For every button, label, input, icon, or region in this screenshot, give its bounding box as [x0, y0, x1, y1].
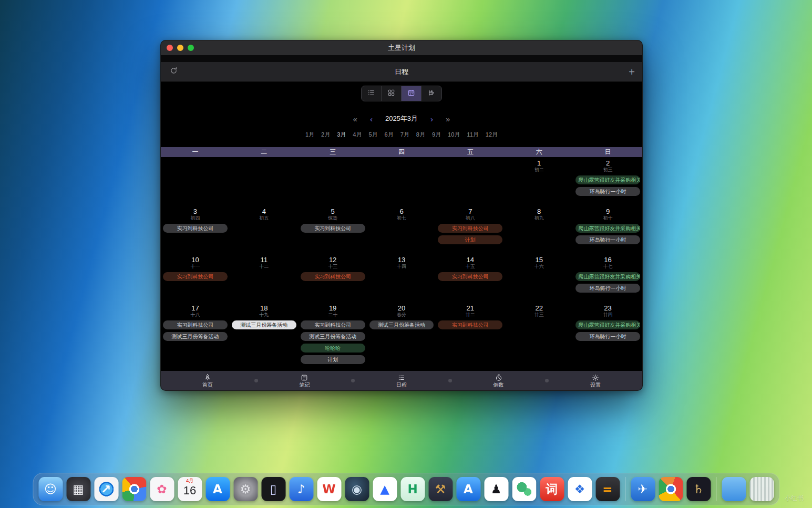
- calendar-event[interactable]: 实习到科技公司: [438, 224, 502, 233]
- calendar-event[interactable]: 实习到科技公司: [438, 320, 502, 329]
- month-tab-3月[interactable]: 3月: [337, 131, 346, 138]
- nav-item-settings[interactable]: 设置: [590, 374, 601, 388]
- dock-icon-plane-app[interactable]: ✈: [631, 477, 655, 501]
- zoom-window-button[interactable]: [188, 45, 194, 51]
- dock-icon-system-settings[interactable]: ⚙: [233, 477, 258, 501]
- month-tab-8月[interactable]: 8月: [416, 131, 425, 138]
- calendar-day-cell[interactable]: 12十三实习到科技公司: [299, 254, 367, 302]
- dock-icon-qq[interactable]: ♟: [484, 477, 508, 501]
- month-tab-7月[interactable]: 7月: [400, 131, 409, 138]
- calendar-event[interactable]: 环岛骑行一小时: [575, 284, 640, 293]
- dock-icon-chrome[interactable]: [122, 477, 146, 501]
- month-tab-11月[interactable]: 11月: [467, 131, 478, 138]
- calendar-day-cell[interactable]: 11十二: [230, 254, 299, 302]
- dock-icon-trash[interactable]: [749, 477, 774, 501]
- calendar-event[interactable]: 环岛骑行一小时: [575, 235, 640, 244]
- dock-icon-windows-app[interactable]: ❖: [568, 477, 592, 501]
- dock-icon-browser[interactable]: [659, 477, 683, 501]
- calendar-event[interactable]: 计划: [438, 235, 502, 244]
- calendar-day-cell[interactable]: 20春分测试三月份筹备活动: [367, 302, 436, 371]
- calendar-event[interactable]: 爬山露营跟好友并采购相关物品: [575, 272, 640, 281]
- dock-icon-downloads-folder[interactable]: [722, 477, 746, 501]
- calendar-day-cell[interactable]: 22廿三: [505, 302, 573, 371]
- dock-icon-calendar[interactable]: 4月16: [178, 477, 202, 501]
- nav-item-home[interactable]: 首页: [202, 374, 213, 388]
- calendar-event[interactable]: 测试三月份筹备活动: [369, 320, 434, 329]
- calendar-day-cell[interactable]: 9初十爬山露营跟好友并采购相关物品环岛骑行一小时: [573, 205, 642, 254]
- view-toggle-calendar[interactable]: [402, 86, 422, 101]
- calendar-event[interactable]: 哈哈哈: [301, 344, 365, 353]
- dock-icon-photos[interactable]: ✿: [150, 477, 174, 501]
- calendar-event[interactable]: 爬山露营跟好友并采购相关物品: [575, 320, 640, 329]
- next-year-button[interactable]: »: [446, 115, 450, 123]
- month-tab-9月[interactable]: 9月: [432, 131, 441, 138]
- calendar-event[interactable]: 实习到科技公司: [163, 272, 228, 281]
- calendar-day-cell[interactable]: 10十一实习到科技公司: [161, 254, 230, 302]
- calendar-day-cell[interactable]: 8初九: [505, 205, 573, 254]
- calendar-day-cell[interactable]: 15十六: [505, 254, 573, 302]
- calendar-event[interactable]: 爬山露营跟好友并采购相关物品: [575, 175, 640, 184]
- dock-icon-app-a-blue[interactable]: A: [456, 477, 480, 501]
- calendar-day-cell[interactable]: 6初七: [367, 205, 436, 254]
- calendar-event[interactable]: 计划: [301, 355, 365, 364]
- calendar-event[interactable]: 实习到科技公司: [301, 320, 365, 329]
- dock-icon-h-app[interactable]: H: [400, 477, 425, 501]
- dock-icon-music-app[interactable]: ♪: [289, 477, 313, 501]
- calendar-day-cell[interactable]: 7初八实习到科技公司计划: [436, 205, 505, 254]
- dock-icon-saturn-plan[interactable]: ♄: [686, 477, 711, 501]
- close-window-button[interactable]: [167, 45, 173, 51]
- dock-icon-drive-app[interactable]: ▲: [373, 477, 397, 501]
- month-tab-1月[interactable]: 1月: [305, 131, 314, 138]
- calendar-day-cell[interactable]: 14十五实习到科技公司: [436, 254, 505, 302]
- calendar-event[interactable]: 实习到科技公司: [301, 224, 365, 233]
- view-toggle-kanban[interactable]: [382, 86, 402, 101]
- calendar-event[interactable]: 实习到科技公司: [301, 272, 365, 281]
- calendar-event[interactable]: 测试三月份筹备活动: [301, 332, 365, 341]
- calendar-day-cell[interactable]: 3初四实习到科技公司: [161, 205, 230, 254]
- nav-item-countdown[interactable]: 倒数: [494, 374, 504, 388]
- dock-icon-dictionary[interactable]: 词: [540, 477, 564, 501]
- calendar-event[interactable]: 爬山露营跟好友并采购相关物品: [575, 224, 640, 233]
- calendar-day-cell[interactable]: 16十七爬山露营跟好友并采购相关物品环岛骑行一小时: [573, 254, 642, 302]
- prev-month-button[interactable]: ‹: [370, 115, 373, 123]
- calendar-event[interactable]: 环岛骑行一小时: [575, 332, 640, 341]
- dock-icon-safari[interactable]: ↗: [94, 477, 118, 501]
- view-toggle-timeline[interactable]: [422, 86, 441, 101]
- next-month-button[interactable]: ›: [430, 115, 433, 123]
- add-event-button[interactable]: +: [629, 67, 635, 77]
- dock-icon-app-store[interactable]: A: [205, 477, 230, 501]
- calendar-event[interactable]: 实习到科技公司: [163, 320, 228, 329]
- calendar-event[interactable]: 环岛骑行一小时: [575, 187, 640, 196]
- nav-item-schedule[interactable]: 日程: [396, 374, 407, 388]
- month-tab-6月[interactable]: 6月: [385, 131, 394, 138]
- calendar-day-cell[interactable]: 23廿四爬山露营跟好友并采购相关物品环岛骑行一小时: [573, 302, 642, 371]
- month-tab-5月[interactable]: 5月: [368, 131, 377, 138]
- calendar-event[interactable]: 实习到科技公司: [163, 224, 228, 233]
- dock-icon-steam[interactable]: ◉: [345, 477, 369, 501]
- month-tab-10月[interactable]: 10月: [448, 131, 460, 138]
- month-tab-4月[interactable]: 4月: [353, 131, 362, 138]
- calendar-day-cell[interactable]: 2初三爬山露营跟好友并采购相关物品环岛骑行一小时: [573, 157, 642, 205]
- calendar-day-cell[interactable]: 5惊蛰实习到科技公司: [299, 205, 367, 254]
- prev-year-button[interactable]: «: [353, 115, 357, 123]
- calendar-day-cell[interactable]: 21廿二实习到科技公司: [436, 302, 505, 371]
- dock-icon-calculator[interactable]: =: [595, 477, 620, 501]
- calendar-day-cell[interactable]: 18十九测试三月份筹备活动: [230, 302, 299, 371]
- dock-icon-launchpad[interactable]: ▦: [66, 477, 90, 501]
- view-toggle-list[interactable]: [362, 86, 382, 101]
- minimize-window-button[interactable]: [177, 45, 183, 51]
- refresh-button[interactable]: [168, 67, 179, 77]
- dock-icon-iphone-mirroring[interactable]: ▯: [261, 477, 285, 501]
- calendar-day-cell[interactable]: 13十四: [367, 254, 436, 302]
- calendar-event[interactable]: 测试三月份筹备活动: [163, 332, 228, 341]
- month-tab-2月[interactable]: 2月: [321, 131, 330, 138]
- dock-icon-finder[interactable]: ☺: [38, 477, 63, 501]
- calendar-day-cell[interactable]: 19二十实习到科技公司测试三月份筹备活动哈哈哈计划: [299, 302, 367, 371]
- dock-icon-wps-office[interactable]: W: [317, 477, 341, 501]
- calendar-day-cell[interactable]: 1初二: [505, 157, 573, 205]
- calendar-day-cell[interactable]: 4初五: [230, 205, 299, 254]
- month-tab-12月[interactable]: 12月: [486, 131, 498, 138]
- dock-icon-wechat[interactable]: [512, 477, 536, 501]
- dock-icon-hammer-app[interactable]: ⚒: [428, 477, 453, 501]
- calendar-day-cell[interactable]: 17十八实习到科技公司测试三月份筹备活动: [161, 302, 230, 371]
